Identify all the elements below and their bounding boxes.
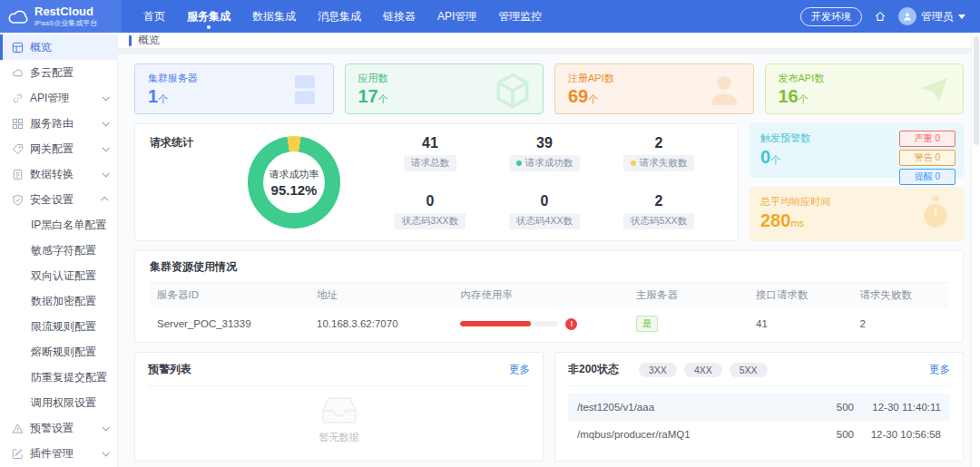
sidebar-item-circuit-breaker-rules[interactable]: 熔断规则配置: [0, 339, 117, 365]
metric-status-5xx: 2 状态码5XX数: [602, 193, 716, 229]
col-address: 地址: [309, 283, 453, 307]
server-icon: [288, 72, 322, 108]
col-requests: 接口请求数: [749, 283, 852, 307]
memory-progress-track: [460, 321, 558, 326]
home-icon[interactable]: [874, 10, 887, 23]
panel-title: 非200状态: [568, 362, 619, 377]
sidebar-item-call-permission[interactable]: 调用权限设置: [0, 390, 117, 415]
yellow-dot: [631, 161, 636, 166]
right-column: 触发预警数 0个 严重 0 警告 0 提醒 0 总平均响应时间 280ms: [750, 123, 964, 241]
sidebar-item-service-routing[interactable]: 服务路由: [0, 111, 117, 136]
cloud-icon: [12, 67, 24, 79]
person-icon: [706, 72, 742, 108]
sidebar-item-overview[interactable]: 概览: [0, 34, 117, 60]
sidebar-item-mutual-auth[interactable]: 双向认证配置: [0, 263, 117, 288]
link-icon: [12, 92, 24, 104]
request-stats-panel: 请求统计 请求成功率 95.12% 41 请求总数: [134, 123, 739, 241]
stat-card-published-apis[interactable]: 发布API数 16个: [765, 63, 965, 114]
avg-response-time-card: 总平均响应时间 280ms: [750, 187, 964, 241]
memory-progress-fill: [460, 321, 531, 326]
sidebar-item-gateway-config[interactable]: 网关配置: [0, 136, 117, 161]
tab-4xx[interactable]: 4XX: [684, 363, 722, 377]
avatar: [898, 7, 916, 25]
menu-item-monitoring[interactable]: 管理监控: [487, 0, 553, 33]
cloud-logo-icon: [7, 9, 29, 24]
more-link[interactable]: 更多: [509, 363, 530, 376]
request-path: /test1205/v1/aaa: [577, 402, 821, 413]
shield-icon: [12, 194, 24, 206]
body: 概览 多云配置 API管理 服务路由 网关配置: [0, 33, 980, 467]
status-code: 500: [821, 429, 854, 440]
more-link[interactable]: 更多: [929, 363, 950, 376]
stat-card-registered-apis[interactable]: 注册API数 69个: [554, 63, 754, 114]
sidebar-item-api-management[interactable]: API管理: [0, 85, 117, 111]
tab-3xx[interactable]: 3XX: [639, 363, 677, 377]
metric-failed-requests: 2 请求失败数: [602, 135, 716, 171]
badge-critical[interactable]: 严重 0: [899, 131, 956, 147]
topbar-right: 开发环境 管理员: [800, 0, 980, 33]
alert-triangle-icon: [12, 423, 24, 434]
bottom-row: 预警列表 更多 暂无数据 非200状态: [134, 352, 964, 462]
list-item[interactable]: /mqbus/producer/raMQ1 500 12-30 10:56:58: [568, 421, 950, 448]
chevron-down-icon: [102, 170, 109, 177]
alert-list-panel: 预警列表 更多 暂无数据: [134, 352, 544, 462]
page: RestCloud iPaaS企业集成平台 首页 服务集成 数据集成 消息集成 …: [0, 0, 980, 467]
sidebar-item-sensitive-chars[interactable]: 敏感字符配置: [0, 238, 117, 263]
cell-memory-usage: !: [453, 307, 629, 340]
status-tabs: 3XX 4XX 5XX: [639, 363, 768, 377]
scrollbar[interactable]: [971, 33, 980, 467]
menu-item-api-management[interactable]: API管理: [426, 0, 487, 33]
master-badge: 是: [636, 316, 659, 332]
chevron-down-icon: [958, 15, 965, 19]
main: 概览 集群服务器 1个 应用数 17个 注册API: [118, 33, 980, 467]
col-failures: 请求失败数: [852, 283, 948, 307]
donut-center: 请求成功率 95.12%: [263, 151, 325, 213]
menu-item-home[interactable]: 首页: [132, 0, 176, 33]
menu-item-connector[interactable]: 链接器: [372, 0, 426, 33]
user-menu[interactable]: 管理员: [898, 7, 965, 25]
metric-success-requests: 39 请求成功数: [487, 135, 602, 171]
menu-item-service-integration[interactable]: 服务集成: [176, 0, 241, 33]
sidebar-item-data-encryption[interactable]: 数据加密配置: [0, 288, 117, 314]
topbar: RestCloud iPaaS企业集成平台 首页 服务集成 数据集成 消息集成 …: [0, 0, 980, 33]
sidebar-item-anti-resubmit[interactable]: 防重复提交配置: [0, 365, 117, 390]
brand-logo[interactable]: RestCloud iPaaS企业集成平台: [0, 0, 122, 33]
edit-square-icon: [12, 448, 24, 460]
sidebar-item-ip-blackwhite-list[interactable]: IP黑白名单配置: [0, 212, 117, 238]
triggered-alerts-card: 触发预警数 0个 严重 0 警告 0 提醒 0: [750, 123, 964, 178]
badge-warning[interactable]: 警告 0: [899, 150, 956, 166]
panel-title: 预警列表: [148, 362, 191, 377]
chevron-down-icon: [102, 423, 109, 431]
sidebar-item-plugin-management[interactable]: 插件管理: [0, 441, 117, 466]
cell-master: 是: [629, 307, 749, 340]
menu-item-data-integration[interactable]: 数据集成: [241, 0, 307, 33]
badge-notice[interactable]: 提醒 0: [899, 169, 956, 185]
cell-server-id: Server_POC_31339: [150, 307, 309, 340]
col-memory-usage: 内存使用率: [453, 283, 629, 307]
sidebar-item-data-transform[interactable]: 数据转换: [0, 161, 117, 187]
user-name: 管理员: [921, 9, 954, 24]
sidebar-item-rate-limit-rules[interactable]: 限流规则配置: [0, 314, 117, 339]
empty-state: 暂无数据: [148, 386, 530, 461]
sidebar-item-multicloud-config[interactable]: 多云配置: [0, 60, 117, 85]
stat-card-cluster-servers[interactable]: 集群服务器 1个: [134, 63, 334, 114]
environment-button[interactable]: 开发环境: [800, 7, 862, 26]
empty-tray-icon: [318, 394, 360, 424]
route-grid-icon: [12, 118, 24, 130]
col-server-id: 服务器ID: [150, 283, 309, 307]
tab-5xx[interactable]: 5XX: [730, 363, 768, 377]
table-header-row: 服务器ID 地址 内存使用率 主服务器 接口请求数 请求失败数: [150, 283, 948, 307]
active-dot: [207, 25, 211, 29]
list-item[interactable]: /test1205/v1/aaa 500 12-30 11:40:11: [568, 394, 950, 421]
status-code: 500: [821, 402, 854, 413]
sidebar-item-alert-settings[interactable]: 预警设置: [0, 415, 117, 441]
scrollbar-thumb[interactable]: [974, 36, 979, 145]
stat-card-row: 集群服务器 1个 应用数 17个 注册API数 69个: [134, 63, 964, 114]
brand-name: RestCloud: [34, 5, 97, 19]
menu-item-message-integration[interactable]: 消息集成: [307, 0, 372, 33]
cell-requests: 41: [749, 307, 852, 340]
stat-card-applications[interactable]: 应用数 17个: [345, 63, 544, 114]
donut-value: 95.12%: [271, 182, 318, 198]
chevron-down-icon: [102, 144, 109, 151]
sidebar-item-security-settings[interactable]: 安全设置: [0, 187, 117, 212]
